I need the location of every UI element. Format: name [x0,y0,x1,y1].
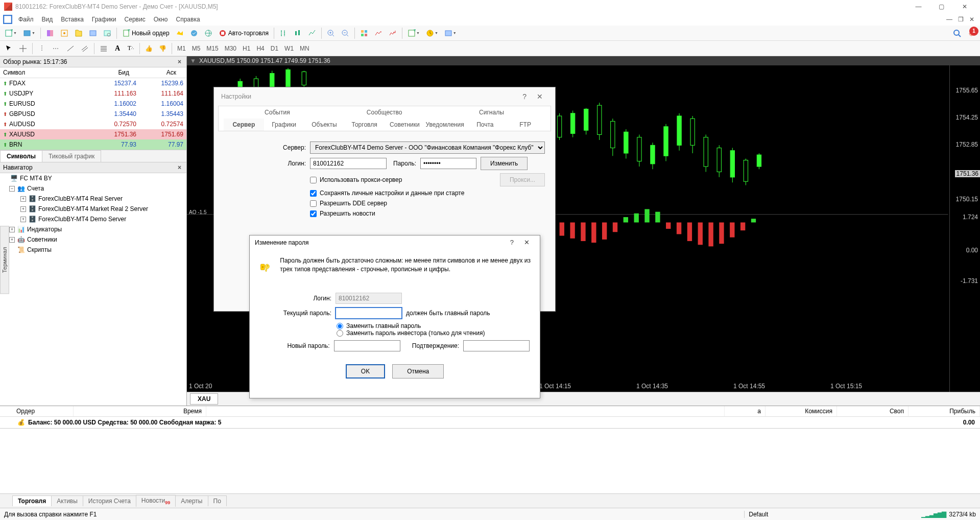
nav-scripts[interactable]: 📜Скрипты [0,245,186,255]
cpw-confirm-input[interactable] [463,340,530,351]
tab-news[interactable]: Новости99 [136,495,176,507]
tab-symbols[interactable]: Символы [0,150,42,162]
collapse-icon[interactable]: − [9,186,15,192]
nav-indicators[interactable]: +📊Индикаторы [0,224,186,234]
tab-alerts[interactable]: Алерты [175,495,208,506]
tf-w1[interactable]: W1 [282,43,296,54]
col-bid[interactable]: Бид [85,67,132,78]
cpw-new-input[interactable] [334,340,400,351]
zoom-out-button[interactable] [339,27,352,39]
minimize-button[interactable]: — [907,0,930,13]
periods-button[interactable]: ▼ [423,27,441,39]
nav-server-0[interactable]: +🗄️ForexClubBY-MT4 Real Server [0,194,186,204]
terminal-button[interactable] [86,27,100,39]
indicators-button[interactable]: +▼ [405,27,422,39]
close-button[interactable]: ✕ [953,0,976,13]
menu-insert[interactable]: Вставка [57,15,88,24]
nav-accounts[interactable]: −👥Счета [0,183,186,194]
nav-experts[interactable]: +🤖Советники [0,234,186,245]
chart-shift-button[interactable] [386,27,399,39]
menu-file[interactable]: Файл [14,15,38,24]
bar-chart-button[interactable] [277,27,290,39]
col-a[interactable]: а [725,406,766,416]
tab-tick[interactable]: Тиковый график [42,150,101,162]
expand-icon[interactable]: + [9,227,15,232]
menu-charts[interactable]: Графики [88,15,121,24]
text-button[interactable]: A [111,42,124,55]
mdi-close[interactable]: ✕ [967,15,977,24]
new-order-button[interactable]: +Новый ордер [119,27,172,39]
tf-m1[interactable]: M1 [175,43,188,54]
candle-chart-button[interactable] [291,27,304,39]
tab-more[interactable]: По [208,495,227,506]
data-window-button[interactable] [58,27,71,39]
change-button[interactable]: Изменить [481,157,528,170]
alerts-icon[interactable]: 1 [965,27,978,39]
cpw-replace-investor-radio[interactable]: Заменить пароль инвестора (только для чт… [337,329,530,337]
password-input[interactable] [420,158,476,169]
metaquotes-button[interactable] [173,27,186,39]
proxy-checkbox[interactable]: Использовать прокси-сервер [310,176,402,183]
settings-close-icon[interactable]: ✕ [532,92,548,101]
login-input[interactable] [310,158,387,169]
terminal-body[interactable] [0,429,980,493]
cpw-help-icon[interactable]: ? [505,239,519,246]
autotrading-button[interactable]: Авто-торговля [216,27,271,39]
expand-icon[interactable]: + [20,217,26,222]
tab-mail[interactable]: Почта [465,119,506,131]
col-ask[interactable]: Аск [132,67,179,78]
nav-server-1[interactable]: +🗄️ForexClubBY-MT4 Market Real 2 Server [0,204,186,214]
menu-help[interactable]: Справка [172,15,204,24]
market-close-icon[interactable]: × [176,58,183,65]
market-row-BRN[interactable]: ⬆BRN77.9377.97 [0,139,186,150]
col-symbol[interactable]: Символ [0,67,85,78]
templates-button[interactable]: ▼ [442,27,459,39]
thumbs-up-icon[interactable]: 👍 [142,42,155,55]
col-time[interactable]: Время [74,406,206,416]
trendline-button[interactable] [64,42,77,55]
col-order[interactable]: Ордер [12,406,74,416]
vps-button[interactable] [202,27,215,39]
navigator-button[interactable] [72,27,85,39]
tf-m30[interactable]: M30 [222,43,239,54]
tab-server[interactable]: Сервер [224,119,264,131]
maximize-button[interactable]: ▢ [930,0,953,13]
tab-assets[interactable]: Активы [51,495,83,506]
menu-view[interactable]: Вид [38,15,57,24]
channel-button[interactable] [78,42,91,55]
expand-icon[interactable]: + [20,206,26,212]
menu-service[interactable]: Сервис [121,15,150,24]
tab-trade-s[interactable]: Торговля [344,119,385,131]
fibo-button[interactable] [97,42,110,55]
market-row-USDJPY[interactable]: ⬆USDJPY111.163111.164 [0,88,186,99]
col-profit[interactable]: Прибыль [909,406,980,416]
thumbs-down-icon[interactable]: 👎 [156,42,169,55]
tile-windows-button[interactable] [357,27,371,39]
expand-icon[interactable]: + [9,237,15,243]
tf-d1[interactable]: D1 [268,43,281,54]
tab-ftp[interactable]: FTP [505,119,545,131]
dde-checkbox[interactable]: Разрешить DDE сервер [310,200,545,207]
search-icon[interactable] [950,27,964,39]
col-swap[interactable]: Своп [837,406,909,416]
mdi-restore[interactable]: ❐ [955,15,966,24]
news-checkbox[interactable]: Разрешить новости [310,210,545,217]
crosshair-button[interactable] [16,42,30,55]
new-chart-button[interactable]: +▼ [2,27,19,39]
market-row-GBPUSD[interactable]: ⬆GBPUSD1.354401.35443 [0,109,186,119]
server-select[interactable]: ForexClubBY-MT4 Demo Server - ООО "Финан… [310,141,545,154]
text-label-button[interactable]: T∴ [125,42,137,55]
nav-server-2[interactable]: +🗄️ForexClubBY-MT4 Demo Server [0,214,186,224]
profiles-button[interactable]: ▼ [20,27,38,39]
col-commission[interactable]: Комиссия [766,406,837,416]
auto-scroll-button[interactable] [372,27,385,39]
market-row-XAUUSD[interactable]: ⬆XAUUSD1751.361751.69 [0,129,186,139]
cpw-replace-main-radio[interactable]: Заменить главный пароль [337,322,530,329]
market-row-FDAX[interactable]: ⬆FDAX15237.415239.6 [0,78,186,88]
vline-button[interactable] [35,42,49,55]
menu-window[interactable]: Окно [150,15,172,24]
tab-trade[interactable]: Торговля [12,495,52,506]
tf-h1[interactable]: H1 [240,43,253,54]
market-row-AUDUSD[interactable]: ⬆AUDUSD0.725700.72574 [0,119,186,129]
tf-h4[interactable]: H4 [254,43,267,54]
